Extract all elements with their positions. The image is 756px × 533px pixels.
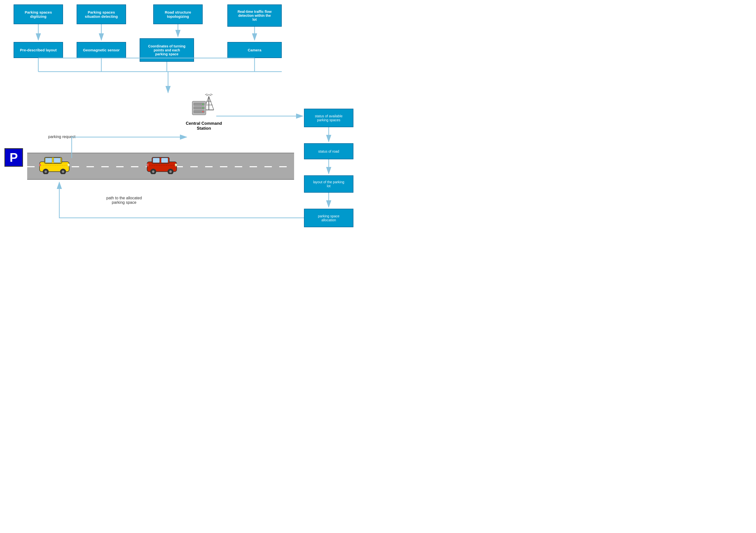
parking-sign: P: [5, 148, 23, 167]
svg-rect-2: [45, 158, 52, 163]
box-geomagnetic: Geomagnetic sensor: [77, 42, 126, 58]
svg-point-34: [202, 111, 203, 113]
central-command-area: [188, 94, 220, 118]
svg-rect-3: [54, 158, 61, 163]
svg-point-7: [62, 170, 64, 173]
svg-rect-19: [175, 164, 177, 166]
ccs-icon: [190, 94, 218, 118]
box-predescribed: Pre-described layout: [14, 42, 63, 58]
box-realtime: Real-time traffic flow detection within …: [228, 5, 282, 27]
svg-point-18: [169, 170, 172, 173]
path-label: path to the allocated parking space: [106, 191, 142, 205]
parking-sign-letter: P: [10, 150, 18, 165]
box-detecting: Parking spaces situation detecting: [77, 5, 126, 24]
svg-rect-20: [147, 164, 148, 166]
box-status-parking: status of available parking spaces: [304, 109, 353, 127]
svg-rect-9: [39, 164, 41, 166]
central-command-label: Central Command Station: [182, 121, 226, 131]
svg-rect-8: [68, 164, 69, 166]
box-status-road: status of road: [304, 143, 353, 159]
box-digitizing: Parking spaces digitizing: [14, 5, 63, 24]
svg-point-16: [152, 170, 154, 173]
car-red: [146, 154, 178, 174]
box-topologizing: Road structure topologizing: [153, 5, 202, 24]
box-allocation: parking space allocation: [304, 209, 353, 227]
parking-request-label: parking request: [48, 135, 75, 139]
car-yellow: [38, 154, 70, 174]
box-layout-parking: layout of the parking lot: [304, 175, 353, 193]
svg-rect-13: [153, 158, 160, 163]
svg-point-33: [202, 108, 203, 109]
box-camera: Camera: [228, 42, 282, 58]
svg-line-25: [209, 96, 214, 110]
box-coordinates: Coordinates of turning points and each p…: [140, 38, 194, 62]
svg-point-32: [202, 104, 203, 105]
svg-point-5: [44, 170, 47, 173]
svg-rect-14: [161, 158, 168, 163]
